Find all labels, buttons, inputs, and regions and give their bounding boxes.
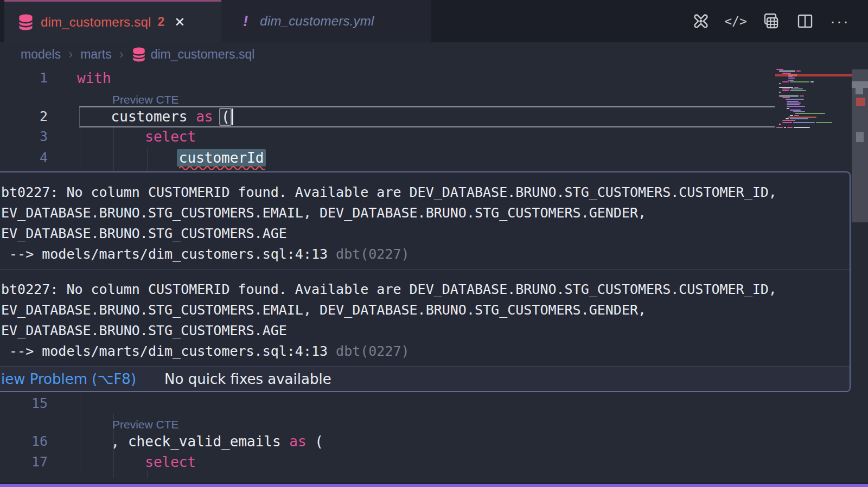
breadcrumb: models › marts › dim_customers.sql xyxy=(0,42,868,66)
code-text: as xyxy=(196,108,213,125)
overview-error-mark xyxy=(856,98,865,106)
bottom-accent-bar xyxy=(0,484,868,487)
minimap-code-line xyxy=(790,115,793,116)
code-text: customers xyxy=(77,108,196,125)
minimap-code-line xyxy=(787,108,789,109)
minimap-error-line xyxy=(775,74,852,76)
error-message-line: EV_DATABASE.BRUNO.STG_CUSTOMERS.EMAIL, D… xyxy=(1,203,841,223)
tab-dim-customers-yml[interactable]: ! dim_customers.yml xyxy=(221,0,431,42)
code-text: with xyxy=(77,70,111,86)
error-message-block: bt0227: No column CUSTOMERID found. Avai… xyxy=(0,172,850,269)
minimap[interactable] xyxy=(775,69,852,134)
minimap-code-line xyxy=(795,113,825,114)
error-message-line: bt0227: No column CUSTOMERID found. Avai… xyxy=(1,279,841,300)
code-line[interactable]: with xyxy=(77,68,111,88)
error-message-line: EV_DATABASE.BRUNO.STG_CUSTOMERS.EMAIL, D… xyxy=(1,300,841,321)
minimap-code-line xyxy=(786,99,804,100)
error-message-block: bt0227: No column CUSTOMERID found. Avai… xyxy=(0,270,850,366)
minimap-code-line xyxy=(816,122,832,123)
minimap-code-line xyxy=(782,120,795,121)
minimap-code-line xyxy=(787,127,793,128)
overview-mark xyxy=(856,132,864,142)
minimap-code-line xyxy=(776,69,783,70)
minimap-code-line xyxy=(791,88,803,89)
minimap-code-line xyxy=(776,127,783,128)
breadcrumb-models[interactable]: models xyxy=(21,47,61,62)
error-squiggle xyxy=(179,164,265,170)
line-number[interactable]: 16 xyxy=(21,431,48,452)
minimap-code-line xyxy=(793,111,805,112)
breadcrumb-file[interactable]: dim_customers.sql xyxy=(151,47,255,62)
minimap-code-line xyxy=(810,81,814,82)
error-location: --> models/marts/dim_customers.sql:4:13 xyxy=(1,246,336,262)
line-number[interactable]: 17 xyxy=(21,452,48,472)
compile-sql-icon[interactable]: </> xyxy=(725,10,746,32)
text-cursor xyxy=(232,108,233,125)
minimap-code-line xyxy=(779,92,781,93)
minimap-code-line xyxy=(793,122,815,123)
dbt-icon[interactable] xyxy=(690,10,712,32)
minimap-code-line xyxy=(796,71,801,72)
close-icon[interactable]: ✕ xyxy=(174,15,185,30)
minimap-code-line xyxy=(794,87,799,88)
error-hover-popup: bt0227: No column CUSTOMERID found. Avai… xyxy=(0,171,851,392)
line-number[interactable]: 3 xyxy=(21,126,48,147)
code-text: ( xyxy=(307,433,323,450)
error-code: dbt(0227) xyxy=(336,343,409,359)
code-line[interactable]: select xyxy=(77,126,196,147)
minimap-code-line xyxy=(782,122,792,123)
error-marker-icon: ! xyxy=(243,12,248,30)
minimap-code-line xyxy=(788,76,793,77)
minimap-code-line xyxy=(800,95,804,97)
minimap-code-line xyxy=(779,83,781,84)
view-problem-link[interactable]: iew Problem (⌥F8) xyxy=(1,371,136,387)
chevron-right-icon: › xyxy=(119,47,124,62)
code-text xyxy=(77,129,145,145)
breadcrumb-marts[interactable]: marts xyxy=(80,47,112,62)
tab-title: dim_customers.sql xyxy=(41,15,151,30)
tab-bar: dim_customers.sql 2 ✕ ! dim_customers.ym… xyxy=(0,0,868,42)
code-text: as xyxy=(289,433,306,450)
code-text xyxy=(77,454,145,470)
line-number[interactable]: 4 xyxy=(21,148,48,168)
minimap-code-line xyxy=(782,90,789,91)
minimap-code-line xyxy=(790,110,801,111)
minimap-code-line xyxy=(779,71,795,72)
minimap-code-line xyxy=(790,81,809,82)
error-message-line: EV_DATABASE.BRUNO.STG_CUSTOMERS.AGE xyxy=(1,321,841,341)
minimap-code-line xyxy=(786,118,789,119)
code-line[interactable]: customers as ( xyxy=(77,106,230,127)
minimap-code-line xyxy=(794,115,799,116)
minimap-code-line xyxy=(790,118,808,119)
minimap-code-line xyxy=(790,90,806,91)
minimap-code-line xyxy=(787,104,800,105)
query-results-icon[interactable] xyxy=(760,10,781,32)
line-number[interactable]: 15 xyxy=(21,393,48,414)
no-quick-fixes-label: No quick fixes available xyxy=(164,371,331,387)
scrollbar[interactable] xyxy=(852,64,868,487)
minimap-code-line xyxy=(782,97,790,98)
more-actions-icon[interactable]: ··· xyxy=(829,10,851,32)
minimap-code-line xyxy=(782,88,790,89)
split-editor-icon[interactable] xyxy=(794,10,816,32)
minimap-code-line xyxy=(782,81,789,82)
editor-actions-toolbar: </> ··· xyxy=(690,0,868,42)
tab-dim-customers-sql[interactable]: dim_customers.sql 2 ✕ xyxy=(4,0,221,42)
minimap-code-line xyxy=(784,127,786,128)
minimap-code-line xyxy=(787,102,801,104)
error-code: dbt(0227) xyxy=(336,246,409,262)
minimap-code-line xyxy=(787,101,799,102)
error-message-line: EV_DATABASE.BRUNO.STG_CUSTOMERS.AGE xyxy=(1,223,841,244)
code-line[interactable]: , check_valid_emails as ( xyxy=(77,431,323,452)
code-text: select xyxy=(145,454,196,470)
line-number[interactable]: 1 xyxy=(21,68,48,88)
minimap-code-line xyxy=(788,78,795,79)
editor-window: 1withPreview CTE2 customers as (3 select… xyxy=(0,0,868,487)
code-line[interactable]: select xyxy=(77,452,196,472)
minimap-code-line xyxy=(794,127,810,128)
database-icon xyxy=(18,14,33,30)
line-number[interactable]: 2 xyxy=(21,106,48,127)
unsaved-problems-badge: 2 xyxy=(157,15,164,29)
minimap-code-line xyxy=(779,95,799,97)
database-icon xyxy=(132,47,145,62)
